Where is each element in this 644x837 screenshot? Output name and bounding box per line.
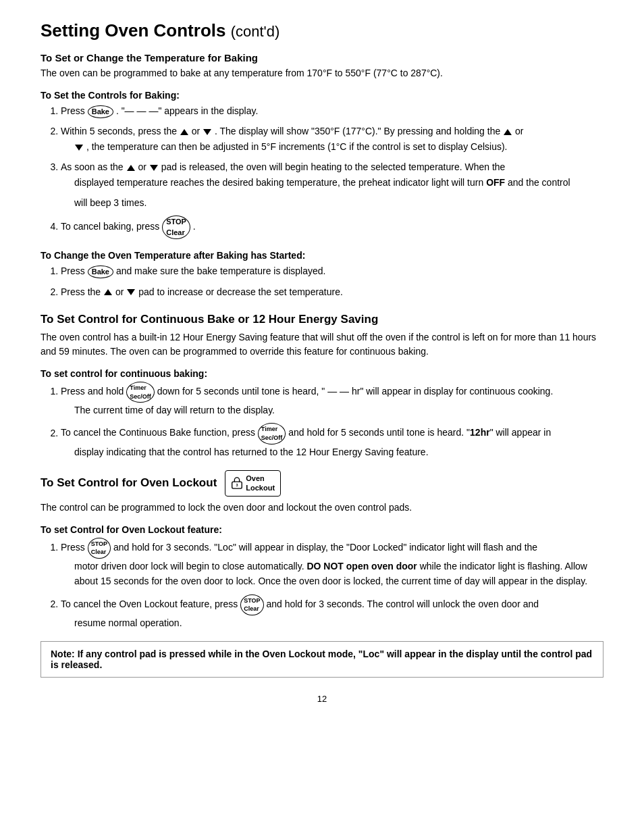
list-item: To cancel the Oven Lockout feature, pres… [61,594,603,631]
section2-steps: Press Bake and make sure the bake temper… [61,263,603,299]
section-oven-lockout: To Set Control for Oven Lockout 3 OvenLo… [41,470,603,630]
list-item: Press STOPClear and hold for 3 seconds. … [61,538,603,589]
note-text: Note: If any control pad is pressed whil… [51,649,592,670]
section4-heading: To Set Control for Oven Lockout [41,476,217,490]
step3-cont: displayed temperature reaches the desire… [74,175,603,190]
s2-step2-post: pad to increase or decrease the set temp… [138,286,343,297]
step2-or: or [192,126,203,136]
page-title: Setting Oven Controls (cont'd) [41,20,603,41]
section4-intro: The control can be programmed to lock th… [41,501,603,515]
lock-icon: 3 [231,476,243,490]
s3-step1-cont: The current time of day will return to t… [74,403,603,417]
s4-step2-pre: To cancel the Oven Lockout feature, pres… [61,599,240,609]
step4-pre: To cancel baking, press [61,221,162,232]
arrow-up-icon4 [104,289,112,295]
s2-step2-pre: Press the [61,286,103,297]
arrow-down-icon2 [75,145,83,151]
section2-heading: To Change the Oven Temperature after Bak… [41,250,603,261]
section3-intro: The oven control has a built-in 12 Hour … [41,330,603,359]
section-temperature-baking: To Set or Change the Temperature for Bak… [41,52,603,239]
list-item: Press Bake . "— — —" appears in the disp… [61,103,603,118]
section3-heading: To Set Control for Continuous Bake or 12… [41,313,603,326]
step2-post: . The display will show "350°F (177°C)."… [215,126,503,136]
step3-post: pad is released, the oven will begin hea… [161,161,506,172]
section-change-temp: To Change the Oven Temperature after Bak… [41,250,603,299]
s2-step1-pre: Press [61,265,88,276]
list-item: As soon as the or pad is released, the o… [61,159,603,210]
s3-step1-pre: Press and hold [61,386,126,397]
section1-intro: The oven can be programmed to bake at an… [41,66,603,80]
arrow-down-icon [203,129,211,135]
stop-clear-button-ref3: STOPClear [240,594,263,615]
lockout-header: To Set Control for Oven Lockout 3 OvenLo… [41,470,603,497]
step2-text: Within 5 seconds, press the [61,126,180,136]
s4-step1-pre: Press [61,542,88,553]
section3-steps: Press and hold TimerSec/Off down for 5 s… [61,382,603,459]
arrow-down-icon3 [150,165,158,171]
timer-button-ref: TimerSec/Off [126,382,155,403]
section4-sub-heading: To set Control for Oven Lockout feature: [41,524,603,535]
section3-sub-heading: To set control for continuous baking: [41,368,603,379]
step2-or2: or [515,126,523,136]
step3-pre: As soon as the [61,161,126,172]
s3-step2-pre: To cancel the Continuous Bake function, … [61,428,258,438]
section1-steps: Press Bake . "— — —" appears in the disp… [61,103,603,239]
arrow-down-icon4 [127,289,135,295]
section1-sub-heading: To Set the Controls for Baking: [41,90,603,101]
stop-clear-button-ref: STOPClear [162,215,190,239]
lockout-icon-label: OvenLockout [246,474,275,493]
step1-pre: Press [61,105,88,116]
step1-post: . "— — —" appears in the display. [116,105,258,116]
arrow-up-icon3 [127,165,135,171]
stop-clear-button-ref2: STOPClear [88,538,111,559]
bake-button-ref2: Bake [88,265,113,278]
s4-step1-post: and hold for 3 seconds. "Loc" will appea… [113,542,537,553]
page-number: 12 [41,694,603,704]
note-box: Note: If any control pad is pressed whil… [41,641,603,678]
step2-cont: , the temperature can then be adjusted i… [74,139,603,154]
svg-text:3: 3 [236,484,238,488]
list-item: Press and hold TimerSec/Off down for 5 s… [61,382,603,418]
list-item: To cancel the Continuous Bake function, … [61,423,603,459]
oven-lockout-icon: 3 OvenLockout [225,470,281,497]
section4-steps: Press STOPClear and hold for 3 seconds. … [61,538,603,631]
section1-heading: To Set or Change the Temperature for Bak… [41,52,603,64]
s2-step1-post: and make sure the bake temperature is di… [116,265,326,276]
section-continuous-bake: To Set Control for Continuous Bake or 12… [41,313,603,459]
timer-button-ref2: TimerSec/Off [258,423,286,444]
s4-step2-post: and hold for 3 seconds. The control will… [266,599,539,609]
arrow-up-icon [180,129,188,135]
list-item: To cancel baking, press STOPClear . [61,215,603,239]
list-item: Within 5 seconds, press the or . The dis… [61,124,603,154]
s3-step2-post: and hold for 5 seconds until tone is hea… [288,428,551,438]
arrow-up-icon2 [504,129,512,135]
list-item: Press the or pad to increase or decrease… [61,284,603,299]
bake-button-ref: Bake [88,105,113,118]
s3-step1-post: down for 5 seconds until tone is heard, … [157,386,554,397]
list-item: Press Bake and make sure the bake temper… [61,263,603,278]
